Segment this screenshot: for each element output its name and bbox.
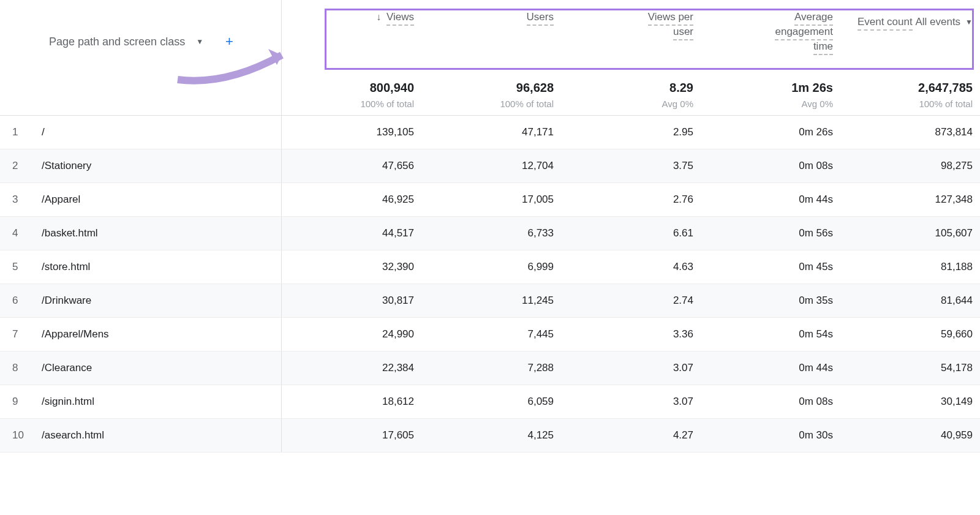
table-row[interactable]: 3 /Apparel 46,925 17,005 2.76 0m 44s 127…: [0, 183, 980, 217]
row-index: 4: [12, 227, 42, 239]
dropdown-label: All events: [915, 16, 960, 28]
cell-views-per-user: 3.75: [561, 160, 701, 172]
cell-views: 44,517: [282, 227, 421, 239]
column-header-event-count[interactable]: Event count All events ▼: [840, 11, 980, 69]
table-row[interactable]: 9 /signin.html 18,612 6,059 3.07 0m 08s …: [0, 385, 980, 419]
cell-views: 30,817: [282, 295, 421, 307]
cell-users: 17,005: [421, 194, 561, 206]
metrics-header-row: ↓ Views Users Views per user Average eng…: [282, 0, 980, 73]
table-row[interactable]: 5 /store.html 32,390 6,999 4.63 0m 45s 8…: [0, 250, 980, 284]
column-header-views-per-user[interactable]: Views per user: [561, 11, 701, 69]
cell-event-count: 30,149: [840, 396, 980, 408]
header-label: Views: [386, 11, 414, 26]
column-header-views[interactable]: ↓ Views: [282, 11, 421, 69]
cell-event-count: 127,348: [840, 194, 980, 206]
data-rows-container: 1 / 139,105 47,171 2.95 0m 26s 873,814 2…: [0, 116, 980, 453]
cell-avg-engagement: 0m 35s: [701, 295, 840, 307]
row-dimension-value: /asearch.html: [42, 429, 104, 442]
column-header-users[interactable]: Users: [421, 11, 561, 69]
column-header-avg-engagement[interactable]: Average engagement time: [701, 11, 840, 69]
cell-views-per-user: 4.63: [561, 261, 701, 273]
cell-users: 7,445: [421, 328, 561, 340]
header-label: Users: [527, 11, 554, 26]
total-views-per-user: 8.29 Avg 0%: [561, 81, 701, 109]
cell-avg-engagement: 0m 08s: [701, 160, 840, 172]
table-row[interactable]: 8 /Clearance 22,384 7,288 3.07 0m 44s 54…: [0, 351, 980, 385]
header-label: user: [673, 26, 693, 40]
row-dimension-value: /Drinkware: [42, 295, 91, 307]
row-index: 8: [12, 362, 42, 374]
cell-event-count: 40,959: [840, 429, 980, 442]
cell-avg-engagement: 0m 30s: [701, 429, 840, 442]
row-index: 10: [12, 429, 42, 442]
cell-views-per-user: 2.74: [561, 295, 701, 307]
table-row[interactable]: 2 /Stationery 47,656 12,704 3.75 0m 08s …: [0, 149, 980, 183]
cell-views-per-user: 2.76: [561, 194, 701, 206]
dimension-label[interactable]: Page path and screen class: [49, 36, 185, 48]
add-dimension-button[interactable]: +: [225, 34, 233, 50]
chevron-down-icon[interactable]: ▼: [196, 37, 203, 46]
cell-views: 24,990: [282, 328, 421, 340]
header-label: Views per: [648, 11, 693, 26]
cell-event-count: 54,178: [840, 362, 980, 374]
chevron-down-icon: ▼: [965, 18, 973, 26]
cell-avg-engagement: 0m 26s: [701, 126, 840, 138]
cell-users: 4,125: [421, 429, 561, 442]
row-dimension-value: /Apparel/Mens: [42, 328, 109, 340]
cell-views: 47,656: [282, 160, 421, 172]
cell-views-per-user: 3.07: [561, 396, 701, 408]
cell-avg-engagement: 0m 44s: [701, 194, 840, 206]
cell-avg-engagement: 0m 44s: [701, 362, 840, 374]
cell-avg-engagement: 0m 08s: [701, 396, 840, 408]
row-dimension-value: /Apparel: [42, 194, 80, 206]
row-dimension-value: /: [42, 126, 45, 138]
cell-avg-engagement: 0m 45s: [701, 261, 840, 273]
cell-views-per-user: 3.36: [561, 328, 701, 340]
cell-views: 32,390: [282, 261, 421, 273]
cell-avg-engagement: 0m 56s: [701, 227, 840, 239]
header-label: Average: [794, 11, 833, 26]
cell-event-count: 873,814: [840, 126, 980, 138]
cell-event-count: 81,644: [840, 295, 980, 307]
table-row[interactable]: 7 /Apparel/Mens 24,990 7,445 3.36 0m 54s…: [0, 318, 980, 351]
total-avg-engagement: 1m 26s Avg 0%: [701, 81, 840, 109]
table-row[interactable]: 1 / 139,105 47,171 2.95 0m 26s 873,814: [0, 116, 980, 149]
cell-views-per-user: 4.27: [561, 429, 701, 442]
row-index: 7: [12, 328, 42, 340]
row-dimension-value: /signin.html: [42, 396, 94, 408]
header-label: time: [813, 40, 833, 55]
row-index: 5: [12, 261, 42, 273]
row-dimension-value: /Clearance: [42, 362, 92, 374]
header-label: Event count: [858, 16, 913, 31]
cell-event-count: 98,275: [840, 160, 980, 172]
sort-descending-icon: ↓: [376, 12, 381, 22]
cell-event-count: 81,188: [840, 261, 980, 273]
table-row[interactable]: 10 /asearch.html 17,605 4,125 4.27 0m 30…: [0, 419, 980, 453]
cell-users: 47,171: [421, 126, 561, 138]
cell-views: 46,925: [282, 194, 421, 206]
row-index: 2: [12, 160, 42, 172]
row-index: 1: [12, 126, 42, 138]
row-dimension-value: /store.html: [42, 261, 90, 273]
cell-avg-engagement: 0m 54s: [701, 328, 840, 340]
cell-users: 6,059: [421, 396, 561, 408]
total-views: 800,940 100% of total: [282, 81, 421, 109]
cell-users: 6,733: [421, 227, 561, 239]
table-row[interactable]: 6 /Drinkware 30,817 11,245 2.74 0m 35s 8…: [0, 284, 980, 318]
cell-users: 12,704: [421, 160, 561, 172]
cell-views: 22,384: [282, 362, 421, 374]
row-index: 6: [12, 295, 42, 307]
row-index: 3: [12, 194, 42, 206]
header-label: engagement: [775, 26, 833, 40]
cell-views-per-user: 6.61: [561, 227, 701, 239]
cell-users: 6,999: [421, 261, 561, 273]
cell-event-count: 105,607: [840, 227, 980, 239]
row-dimension-value: /Stationery: [42, 160, 91, 172]
totals-row: 800,940 100% of total 96,628 100% of tot…: [0, 73, 980, 116]
cell-views: 18,612: [282, 396, 421, 408]
table-row[interactable]: 4 /basket.html 44,517 6,733 6.61 0m 56s …: [0, 217, 980, 250]
cell-event-count: 59,660: [840, 328, 980, 340]
total-event-count: 2,647,785 100% of total: [840, 81, 980, 109]
event-count-filter-dropdown[interactable]: All events ▼: [915, 16, 973, 28]
total-users: 96,628 100% of total: [421, 81, 561, 109]
